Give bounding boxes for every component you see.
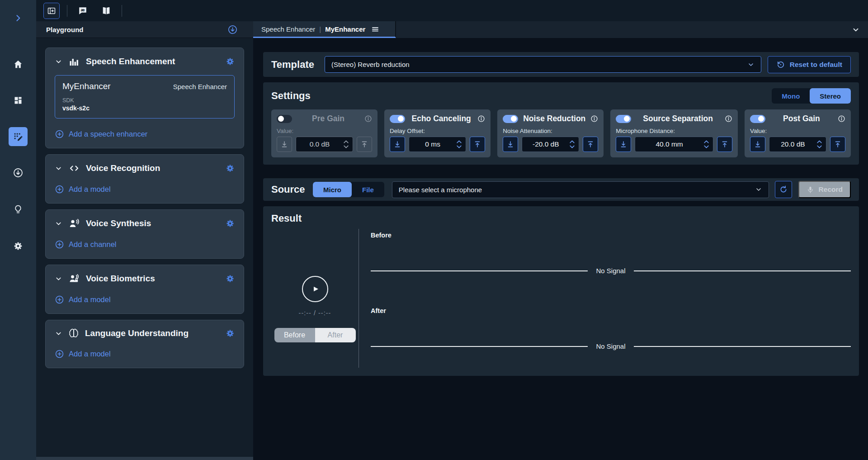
echo-canceling-toggle[interactable]: [390, 115, 405, 123]
value-input[interactable]: 0.0 dB: [296, 137, 353, 152]
setting-card-noise-reduction: Noise Reduction Noise Attenuation: -20.0…: [497, 109, 604, 157]
info-icon[interactable]: [590, 115, 598, 123]
chevron-down-icon[interactable]: [55, 220, 62, 228]
section-header[interactable]: Voice Synthesis: [55, 218, 235, 229]
record-button[interactable]: Record: [798, 181, 851, 198]
microphone-icon: [807, 186, 814, 194]
add-model-link[interactable]: Add a model: [55, 349, 235, 359]
stepper[interactable]: [569, 140, 575, 149]
chevron-down-icon[interactable]: [55, 165, 62, 172]
before-waveform-label: Before: [371, 232, 851, 239]
add-model-link[interactable]: Add a model: [55, 185, 235, 194]
chevron-down-icon[interactable]: [55, 58, 62, 66]
info-icon[interactable]: [477, 115, 485, 123]
add-link-label: Add a model: [69, 295, 111, 304]
noise-reduction-toggle[interactable]: [503, 115, 518, 123]
mono-button[interactable]: Mono: [772, 88, 810, 104]
info-icon[interactable]: [838, 115, 845, 123]
rail-item-dashboard[interactable]: [9, 91, 28, 110]
set-min-button[interactable]: [277, 137, 292, 152]
set-max-button[interactable]: [357, 137, 372, 152]
set-min-button[interactable]: [750, 137, 765, 152]
add-channel-link[interactable]: Add a channel: [55, 240, 235, 249]
info-icon[interactable]: [725, 115, 732, 123]
set-min-button[interactable]: [503, 137, 518, 152]
value-text: 0.0 dB: [296, 140, 343, 148]
add-speech-enhancer-link[interactable]: Add a speech enhancer: [55, 129, 235, 139]
source-separation-toggle[interactable]: [616, 115, 631, 123]
rail-item-playground[interactable]: [9, 127, 28, 146]
chevron-down-icon: [755, 186, 762, 193]
stepper[interactable]: [816, 140, 822, 149]
section-gear-icon[interactable]: [226, 57, 235, 66]
after-button[interactable]: After: [315, 328, 356, 342]
enhancer-card-myenhancer[interactable]: MyEnhancer Speech Enhancer SDK vsdk-s2c: [55, 75, 235, 119]
section-gear-icon[interactable]: [226, 274, 235, 283]
add-model-link[interactable]: Add a model: [55, 295, 235, 304]
section-speech-enhancement: Speech Enhancement MyEnhancer Speech Enh…: [45, 47, 244, 148]
section-header[interactable]: Voice Recognition: [55, 163, 235, 174]
voice-biometrics-icon: [69, 273, 80, 284]
before-button[interactable]: Before: [274, 328, 315, 342]
documentation-button[interactable]: [98, 3, 114, 19]
value-input[interactable]: -20.0 dB: [522, 137, 579, 152]
setting-title: Post Gain: [765, 114, 838, 123]
value-input[interactable]: 0 ms: [409, 137, 466, 152]
rail-item-download[interactable]: [9, 163, 28, 182]
chevron-down-icon[interactable]: [55, 275, 62, 283]
post-gain-toggle[interactable]: [750, 115, 765, 123]
playground-export-button[interactable]: [227, 24, 238, 35]
set-max-button[interactable]: [583, 137, 598, 152]
waveform-area: Before No Signal After No Signal: [359, 229, 851, 368]
section-gear-icon[interactable]: [226, 329, 235, 338]
waveform-line: [634, 346, 851, 347]
no-signal-text: No Signal: [596, 267, 625, 275]
section-header[interactable]: Voice Biometrics: [55, 273, 235, 284]
reset-to-default-button[interactable]: Reset to default: [768, 56, 851, 73]
setting-title: Source Separation: [631, 114, 725, 123]
plus-circle-icon: [55, 295, 64, 304]
section-title: Voice Biometrics: [86, 274, 219, 284]
phonetics-button[interactable]: æ: [75, 3, 91, 19]
stereo-button[interactable]: Stereo: [810, 88, 851, 104]
set-max-button[interactable]: [830, 137, 845, 152]
set-min-button[interactable]: [616, 137, 631, 152]
set-max-button[interactable]: [717, 137, 732, 152]
plus-circle-icon: [55, 185, 64, 194]
chevron-down-icon[interactable]: [55, 330, 62, 337]
section-gear-icon[interactable]: [226, 164, 235, 173]
value-input[interactable]: 40.0 mm: [635, 137, 713, 152]
result-panel: Result --:-- / --:-- Before After Before: [263, 206, 859, 376]
source-mode-toggle: Micro File: [313, 182, 384, 197]
rail-item-settings[interactable]: [9, 237, 28, 256]
set-max-button[interactable]: [470, 137, 485, 152]
tab-myenhancer[interactable]: Speech Enhancer | MyEnhancer: [253, 21, 396, 38]
template-select[interactable]: (Stereo) Reverb reduction: [325, 56, 761, 73]
micro-button[interactable]: Micro: [313, 182, 352, 197]
value-input[interactable]: 20.0 dB: [769, 137, 826, 152]
set-min-button[interactable]: [390, 137, 405, 152]
section-header[interactable]: Language Understanding: [55, 328, 235, 338]
file-button[interactable]: File: [352, 182, 384, 197]
info-icon[interactable]: [364, 115, 372, 123]
source-label: Source: [271, 184, 313, 195]
play-button[interactable]: [302, 276, 328, 302]
pre-gain-toggle[interactable]: [277, 115, 292, 123]
stepper[interactable]: [703, 140, 709, 149]
stepper[interactable]: [456, 140, 462, 149]
section-header[interactable]: Speech Enhancement: [55, 56, 235, 67]
refresh-devices-button[interactable]: [775, 181, 792, 198]
enhancer-content: Template (Stereo) Reverb reduction Reset…: [253, 52, 868, 376]
stepper[interactable]: [343, 140, 349, 149]
tab-overflow-chevron-icon[interactable]: [852, 26, 860, 34]
sidebar-bottom-strip: [36, 457, 253, 460]
section-language-understanding: Language Understanding Add a model: [45, 320, 244, 368]
sidebar-expand-button[interactable]: [9, 9, 28, 28]
rail-item-home[interactable]: [9, 55, 28, 74]
hamburger-menu-icon[interactable]: [371, 25, 379, 33]
collapse-sidebar-button[interactable]: [43, 3, 60, 19]
no-signal-text: No Signal: [596, 342, 625, 350]
section-gear-icon[interactable]: [226, 219, 235, 228]
microphone-select[interactable]: Please select a microphone: [392, 181, 769, 198]
rail-item-help[interactable]: [9, 200, 28, 219]
